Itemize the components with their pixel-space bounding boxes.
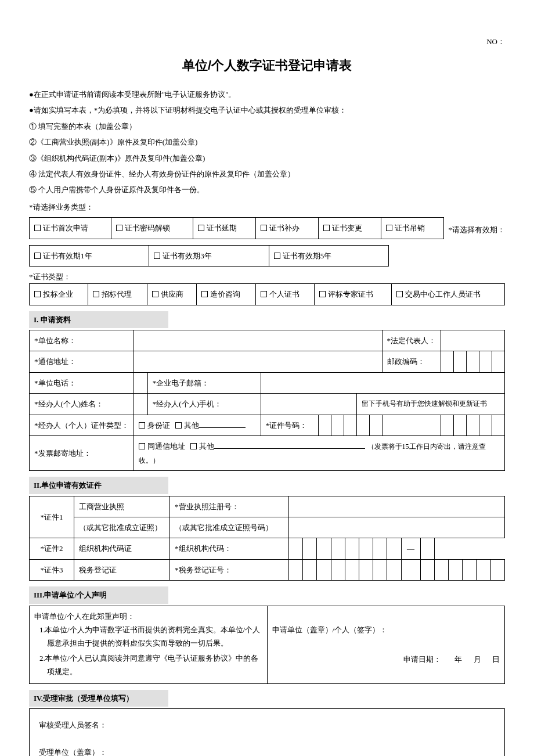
tax-digit[interactable]	[490, 559, 504, 580]
input-legal-rep[interactable]	[441, 330, 505, 351]
cert1-name: 工商营业执照	[74, 496, 170, 517]
tax-digit[interactable]	[345, 559, 359, 580]
id-digit[interactable]	[356, 415, 369, 435]
reviewer-signature[interactable]: 审核受理人员签名：	[39, 718, 495, 732]
cert3-name: 税务登记证	[74, 559, 170, 580]
tax-digit[interactable]	[420, 559, 434, 580]
cert-type-options: 投标企业 招标代理 供应商 造价咨询 个人证书 评标专家证书 交易中心工作人员证…	[29, 283, 505, 305]
intro-line: ⑤ 个人用户需携带个人身份证原件及复印件各一份。	[29, 183, 505, 196]
org-stamp[interactable]: 受理单位（盖章）：	[39, 746, 495, 756]
opt-change[interactable]: 证书变更	[318, 218, 381, 239]
section-4-header: IV.受理审批（受理单位填写）	[29, 690, 168, 707]
id-digit[interactable]	[369, 415, 382, 435]
tax-digit[interactable]	[359, 559, 373, 580]
label-id-type: *经办人（个人）证件类型：	[30, 415, 134, 435]
opt-reissue[interactable]: 证书补办	[256, 218, 319, 239]
code-digit[interactable]	[288, 538, 302, 559]
id-digit[interactable]	[454, 415, 467, 435]
tax-digit[interactable]	[373, 559, 387, 580]
zip-digit[interactable]	[467, 351, 479, 372]
label-invoice-addr: *发票邮寄地址：	[30, 436, 134, 471]
section-2-header: II.单位申请有效证件	[29, 477, 168, 494]
code-digit[interactable]	[359, 538, 373, 559]
input-id-type[interactable]: 身份证 其他	[134, 415, 261, 435]
tax-digit[interactable]	[401, 559, 420, 580]
tax-digit[interactable]	[448, 559, 462, 580]
label-agent-name: *经办人(个人)姓名：	[30, 394, 134, 415]
tax-digit[interactable]	[288, 559, 302, 580]
opt-cost[interactable]: 造价咨询	[197, 284, 255, 305]
id-digit[interactable]	[492, 415, 505, 435]
intro-line: ●请如实填写本表，*为必填项，并将以下证明材料提交电子认证中心或其授权的受理单位…	[29, 103, 505, 117]
id-digit[interactable]	[318, 415, 331, 435]
opt-1year[interactable]: 证书有效期1年	[30, 245, 149, 266]
label-id-no: *证件号码：	[261, 415, 318, 435]
input-agent-name[interactable]	[134, 394, 147, 415]
id-digit[interactable]	[479, 415, 492, 435]
tax-digit[interactable]	[477, 559, 490, 580]
opt-5year[interactable]: 证书有效期5年	[269, 245, 388, 266]
code-digit[interactable]	[387, 538, 401, 559]
input-cert1-alt-no[interactable]	[288, 517, 504, 538]
opt-unlock[interactable]: 证书密码解锁	[111, 218, 193, 239]
opt-extend[interactable]: 证书延期	[193, 218, 256, 239]
tax-digit[interactable]	[463, 559, 477, 580]
id-digit[interactable]	[467, 415, 479, 435]
zip-digit[interactable]	[479, 351, 492, 372]
input-invoice-addr[interactable]: 同通信地址 其他 （发票将于15工作日内寄出，请注意查收。）	[134, 436, 505, 471]
tax-digit[interactable]	[303, 559, 317, 580]
id-digit[interactable]	[331, 415, 344, 435]
zip-digit[interactable]	[441, 351, 454, 372]
declaration-table: 申请单位/个人在此郑重声明： 本单位/个人为申请数字证书而提供的资料完全真实。本…	[29, 606, 505, 684]
opt-first-apply[interactable]: 证书首次申请	[30, 218, 111, 239]
mobile-hint: 留下手机号有助于您快速解锁和更新证书	[356, 394, 505, 415]
opt-staff[interactable]: 交易中心工作人员证书	[391, 284, 504, 305]
code-dash: —	[401, 538, 420, 559]
intro-line: ●在正式申请证书前请阅读本受理表所附"电子认证服务协议"。	[29, 88, 505, 101]
zip-digit[interactable]	[454, 351, 467, 372]
code-digit[interactable]	[331, 538, 345, 559]
opt-cancel[interactable]: 证书吊销	[381, 218, 443, 239]
tax-digit[interactable]	[317, 559, 331, 580]
validity-label: *请选择有效期：	[449, 223, 506, 236]
id-digit[interactable]	[382, 415, 441, 435]
input-tel[interactable]	[134, 372, 147, 393]
intro-line: ① 填写完整的本表（加盖公章）	[29, 120, 505, 133]
cert-type-label: *证书类型：	[29, 270, 505, 283]
input-address[interactable]	[134, 351, 382, 372]
zip-digit[interactable]	[492, 351, 505, 372]
opt-bidder[interactable]: 投标企业	[30, 284, 88, 305]
code-digit[interactable]	[420, 538, 434, 559]
signature-area[interactable]: 申请单位（盖章）/个人（签字）： 申请日期： 年 月 日	[267, 606, 505, 683]
code-digit[interactable]	[373, 538, 387, 559]
business-type-label: *请选择业务类型：	[29, 200, 505, 214]
tax-digit[interactable]	[331, 559, 345, 580]
credentials-table: *证件1 工商营业执照 *营业执照注册号： （或其它批准成立证照） （或其它批准…	[29, 496, 505, 581]
section-1-header: I. 申请资料	[29, 311, 168, 328]
label-cert3-no: *税务登记证号：	[170, 559, 289, 580]
input-email[interactable]	[261, 372, 504, 393]
opt-agent[interactable]: 招标代理	[88, 284, 147, 305]
label-legal-rep: *法定代表人：	[382, 330, 441, 351]
code-digit[interactable]	[345, 538, 359, 559]
form-number: NO：	[29, 35, 505, 48]
input-cert1-no[interactable]	[288, 496, 504, 517]
opt-3year[interactable]: 证书有效期3年	[149, 245, 269, 266]
opt-supplier[interactable]: 供应商	[147, 284, 197, 305]
code-digit[interactable]	[317, 538, 331, 559]
label-cert1: *证件1	[30, 496, 74, 538]
id-digit[interactable]	[344, 415, 356, 435]
id-digit[interactable]	[441, 415, 454, 435]
section-3-header: III.申请单位/个人声明	[29, 586, 168, 603]
label-agent-mobile: *经办人(个人)手机：	[147, 394, 261, 415]
tax-digit[interactable]	[434, 559, 448, 580]
tax-digit[interactable]	[387, 559, 401, 580]
label-cert2: *证件2	[30, 538, 74, 559]
input-unit-name[interactable]	[134, 330, 382, 351]
declaration-text: 申请单位/个人在此郑重声明： 本单位/个人为申请数字证书而提供的资料完全真实。本…	[30, 606, 268, 683]
code-digit[interactable]	[303, 538, 317, 559]
opt-personal[interactable]: 个人证书	[255, 284, 314, 305]
cert1-alt: （或其它批准成立证照）	[74, 517, 170, 538]
opt-expert[interactable]: 评标专家证书	[314, 284, 391, 305]
input-agent-mobile[interactable]	[261, 394, 356, 415]
